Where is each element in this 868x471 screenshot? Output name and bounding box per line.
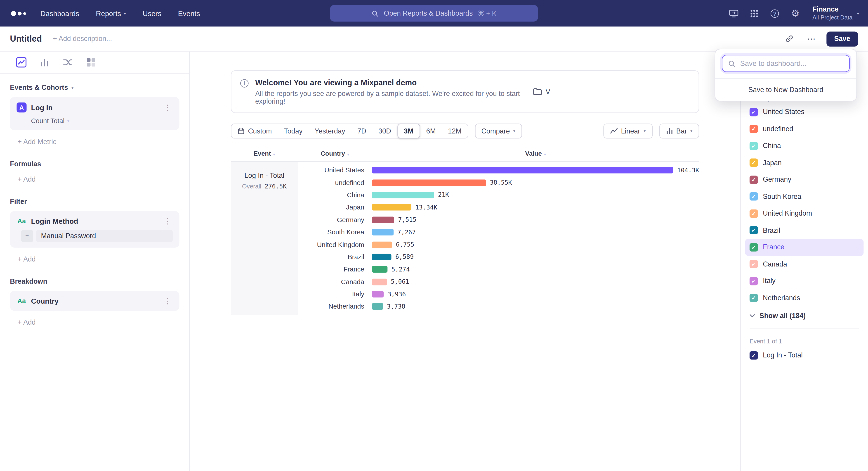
compare-button[interactable]: Compare ▾: [475, 123, 522, 139]
range-7d[interactable]: 7D: [351, 123, 372, 139]
tab-flows-icon[interactable]: [62, 57, 73, 68]
range-custom[interactable]: Custom: [231, 123, 278, 139]
tab-bar-chart-icon[interactable]: [39, 57, 50, 68]
checkbox-checked[interactable]: ✓: [749, 294, 758, 302]
tab-retention-icon[interactable]: [85, 57, 96, 68]
project-switcher[interactable]: Finance All Project Data ▾: [812, 5, 859, 21]
checkbox-checked[interactable]: ✓: [749, 209, 758, 217]
country-filter-item[interactable]: ✓China: [745, 137, 864, 154]
country-filter-label: France: [763, 243, 784, 251]
country-filter-item[interactable]: ✓Italy: [745, 273, 864, 290]
more-options-icon[interactable]: ⋯: [804, 32, 819, 46]
bar[interactable]: [372, 278, 387, 285]
breakdown-card[interactable]: Aa Country ⋮: [10, 291, 179, 311]
filter-property-name[interactable]: Login Method: [31, 217, 158, 225]
bar[interactable]: [372, 167, 673, 174]
bar[interactable]: [372, 291, 384, 297]
range-yesterday[interactable]: Yesterday: [309, 123, 351, 139]
mixpanel-logo[interactable]: [11, 11, 26, 16]
bar[interactable]: [372, 254, 392, 260]
nav-events[interactable]: Events: [178, 9, 200, 18]
bar[interactable]: [372, 216, 394, 223]
save-dashboard-search[interactable]: [722, 55, 850, 72]
checkbox-checked[interactable]: ✓: [749, 351, 758, 359]
add-description[interactable]: + Add description...: [53, 35, 112, 42]
gear-icon[interactable]: ⚙: [790, 8, 801, 19]
filter-operator[interactable]: =: [21, 230, 33, 242]
global-search-button[interactable]: Open Reports & Dashboards ⌘ + K: [330, 5, 538, 22]
range-today[interactable]: Today: [278, 123, 309, 139]
country-filter-item[interactable]: ✓undefined: [745, 121, 864, 138]
report-title[interactable]: Untitled: [10, 34, 42, 44]
country-filter-item[interactable]: ✓United States: [745, 104, 864, 121]
save-button[interactable]: Save: [827, 31, 858, 46]
country-filter-item[interactable]: ✓Japan: [745, 154, 864, 171]
filter-card[interactable]: Aa Login Method ⋮ = Manual Password: [10, 211, 179, 248]
checkbox-checked[interactable]: ✓: [749, 192, 758, 201]
checkbox-checked[interactable]: ✓: [749, 142, 758, 150]
aggregation-selector[interactable]: Count Total ▾: [31, 117, 173, 125]
bar-value-label: 7,515: [398, 216, 416, 224]
range-30d[interactable]: 30D: [372, 123, 397, 139]
checkbox-checked[interactable]: ✓: [749, 226, 758, 235]
country-filter-item[interactable]: ✓Netherlands: [745, 290, 864, 306]
tab-insights-icon[interactable]: [16, 57, 27, 68]
filter-value[interactable]: Manual Password: [36, 230, 173, 242]
bar[interactable]: [372, 204, 412, 211]
show-all-button[interactable]: Show all (184): [749, 312, 859, 320]
bar[interactable]: [372, 179, 486, 186]
add-formula-button[interactable]: + Add: [18, 176, 179, 183]
bar[interactable]: [372, 192, 434, 198]
bar[interactable]: [372, 241, 392, 248]
range-3m-selected[interactable]: 3M: [397, 123, 420, 139]
checkbox-checked[interactable]: ✓: [749, 176, 758, 184]
bar[interactable]: [372, 303, 383, 310]
add-filter-button[interactable]: + Add: [18, 256, 179, 263]
event-name[interactable]: Log In: [31, 104, 158, 112]
country-filter-item[interactable]: ✓South Korea: [745, 188, 864, 205]
range-12m[interactable]: 12M: [442, 123, 467, 139]
kebab-menu-icon[interactable]: ⋮: [163, 296, 173, 305]
breakdown-property-name[interactable]: Country: [31, 297, 158, 305]
checkbox-checked[interactable]: ✓: [749, 243, 758, 251]
checkbox-checked[interactable]: ✓: [749, 260, 758, 268]
bar-value-label: 38.55K: [490, 179, 512, 186]
bar[interactable]: [372, 229, 394, 235]
copy-link-icon[interactable]: [782, 32, 797, 46]
country-filter-item[interactable]: ✓Brazil: [745, 222, 864, 239]
country-filter-item[interactable]: ✓Canada: [745, 256, 864, 273]
nav-reports[interactable]: Reports▾: [96, 9, 126, 18]
checkbox-checked[interactable]: ✓: [749, 108, 758, 116]
event-card[interactable]: A Log In ⋮ Count Total ▾: [10, 97, 179, 130]
column-header-country[interactable]: Country▾: [298, 150, 372, 157]
country-filter-item[interactable]: ✓United Kingdom: [745, 205, 864, 222]
save-to-new-dashboard-option[interactable]: Save to New Dashboard: [715, 78, 856, 101]
help-icon[interactable]: ?: [769, 8, 780, 19]
chart-type-button[interactable]: Bar ▾: [659, 123, 699, 139]
country-filter-item[interactable]: ✓Germany: [745, 171, 864, 188]
kebab-menu-icon[interactable]: ⋮: [163, 217, 173, 226]
country-filter-item-highlighted[interactable]: ✓France: [745, 239, 864, 256]
column-header-value[interactable]: Value▾: [372, 150, 699, 157]
banner-action-button[interactable]: V: [533, 88, 550, 95]
events-cohorts-header[interactable]: Events & Cohorts ▾: [10, 84, 179, 91]
series-cell[interactable]: Log In - Total Overall276.5K: [231, 162, 298, 315]
value-scale-button[interactable]: Linear ▾: [603, 123, 652, 139]
add-metric-button[interactable]: + Add Metric: [18, 138, 179, 146]
nav-users[interactable]: Users: [143, 9, 161, 18]
range-6m[interactable]: 6M: [420, 123, 442, 139]
checkbox-checked[interactable]: ✓: [749, 277, 758, 285]
info-icon: i: [240, 79, 249, 88]
checkbox-checked[interactable]: ✓: [749, 158, 758, 167]
kebab-menu-icon[interactable]: ⋮: [163, 103, 173, 112]
add-breakdown-button[interactable]: + Add: [18, 319, 179, 326]
data-management-icon[interactable]: [728, 8, 739, 19]
apps-grid-icon[interactable]: [749, 8, 760, 19]
event-filter-item[interactable]: ✓Log In - Total: [745, 347, 864, 364]
save-dashboard-search-input[interactable]: [740, 59, 844, 68]
bar[interactable]: [372, 266, 388, 273]
nav-dashboards[interactable]: Dashboards: [40, 9, 79, 18]
query-builder-panel: Events & Cohorts ▾ A Log In ⋮ Count Tota…: [0, 52, 190, 471]
column-header-event[interactable]: Event▾: [231, 150, 298, 157]
checkbox-checked[interactable]: ✓: [749, 125, 758, 133]
